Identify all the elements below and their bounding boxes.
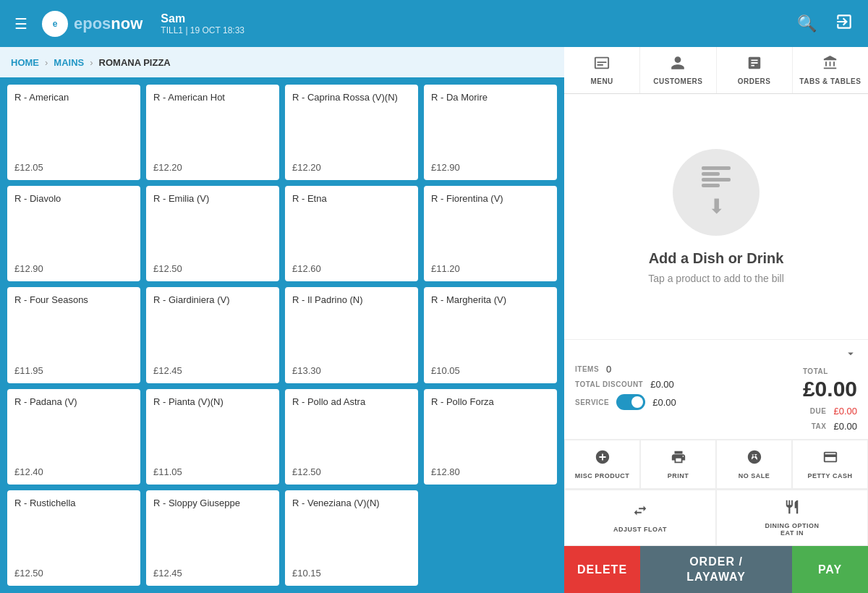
product-card[interactable]: R - Pollo Forza £12.80 [424,389,557,485]
bill-empty-title: Add a Dish or Drink [649,250,784,267]
till-info: TILL1 | 19 OCT 18:33 [161,25,244,35]
print-icon [671,449,686,469]
product-card[interactable]: R - Pianta (V)(N) £11.05 [146,389,279,485]
product-card[interactable]: R - Rustichella £12.50 [7,490,140,586]
customers-tab-label: CUSTOMERS [653,77,702,85]
logout-icon[interactable] [831,9,857,39]
product-card[interactable]: R - American Hot £12.20 [146,85,279,180]
download-arrow-icon: ⬇ [708,195,725,218]
product-price: £13.30 [292,365,411,376]
product-name: R - Rustichella [14,498,133,510]
items-count: 0 [606,364,611,375]
receipt-line [702,178,731,182]
product-card[interactable]: R - Fiorentina (V) £11.20 [424,186,557,281]
tab-orders[interactable]: ORDERS [717,47,793,93]
dining-option-label: DINING OPTION EAT IN [765,522,819,537]
product-name: R - Four Seasons [14,294,133,307]
action-buttons-row1: MISC PRODUCT PRINT NO SALE PETTY CASH [564,439,868,489]
due-label: DUE [810,407,827,415]
product-price: £12.90 [431,162,550,173]
print-button[interactable]: PRINT [640,440,716,489]
product-card[interactable]: R - Caprina Rossa (V)(N) £12.20 [285,85,418,180]
tax-row: TAX £0.00 [812,421,857,432]
breadcrumb: HOME › MAINS › ROMANA PIZZA [0,47,564,77]
logo-icon: e [42,11,68,37]
discount-value: £0.00 [650,379,674,390]
product-name: R - Da Morire [431,92,550,104]
product-card[interactable]: R - Veneziana (V)(N) £10.15 [285,490,418,586]
no-sale-button[interactable]: NO SALE [716,440,792,489]
petty-cash-label: PETTY CASH [808,472,853,479]
breadcrumb-home[interactable]: HOME [11,57,39,68]
adjust-float-button[interactable]: ADJUST FLOAT [564,490,716,546]
breadcrumb-sep1: › [45,57,48,68]
pay-button[interactable]: PAY [792,546,868,593]
product-card[interactable]: R - Da Morire £12.90 [424,85,557,180]
totals-main: ITEMS 0 TOTAL DISCOUNT £0.00 SERVICE £0.… [575,364,857,432]
product-price: £12.50 [14,568,133,579]
logo-text: eposnow [74,14,142,33]
bill-empty-sub: Tap a product to add to the bill [648,273,784,284]
product-card[interactable]: R - Four Seasons £11.95 [7,287,140,383]
product-card[interactable]: R - Il Padrino (N) £13.30 [285,287,418,383]
logo: e eposnow [42,11,142,37]
service-toggle[interactable] [616,394,645,410]
product-price: £12.80 [431,466,550,477]
product-grid: R - American £12.05 R - American Hot £12… [0,77,564,593]
no-sale-label: NO SALE [739,472,770,479]
adjust-float-icon [632,503,648,522]
product-card[interactable]: R - Etna £12.60 [285,186,418,281]
right-panel: MENU CUSTOMERS ORDERS TABS & TABLES [564,47,868,593]
tax-value: £0.00 [833,421,857,432]
product-name: R - Etna [292,193,411,205]
bottom-buttons: DELETE ORDER / LAYAWAY PAY [564,546,868,593]
menu-icon[interactable]: ☰ [11,12,31,36]
search-icon[interactable]: 🔍 [793,11,820,37]
adjust-float-label: ADJUST FLOAT [613,526,667,533]
product-card[interactable]: R - Diavolo £12.90 [7,186,140,281]
tab-customers[interactable]: CUSTOMERS [640,47,716,93]
misc-product-icon [595,449,610,469]
totals-collapse-button[interactable] [575,347,857,360]
product-name: R - Pollo Forza [431,396,550,409]
tax-label: TAX [812,422,827,430]
total-label: TOTAL [803,367,828,375]
order-layaway-button[interactable]: ORDER / LAYAWAY [640,546,792,593]
discount-label: TOTAL DISCOUNT [575,380,643,388]
tabs-tables-tab-icon [822,55,838,74]
product-name: R - Diavolo [14,193,133,205]
totals-total-col: TOTAL £0.00 DUE £0.00 TAX £0.00 [803,364,857,432]
service-label: SERVICE [575,398,609,406]
product-name: R - Giardiniera (V) [153,294,272,307]
items-label: ITEMS [575,365,599,373]
petty-cash-button[interactable]: PETTY CASH [792,440,868,489]
dining-option-icon [784,499,800,519]
print-label: PRINT [668,472,689,479]
product-card[interactable]: R - American £12.05 [7,85,140,180]
product-name: R - Pollo ad Astra [292,396,411,409]
product-card[interactable]: R - Sloppy Giuseppe £12.45 [146,490,279,586]
misc-product-button[interactable]: MISC PRODUCT [564,440,640,489]
product-card[interactable]: R - Giardiniera (V) £12.45 [146,287,279,383]
tab-menu[interactable]: MENU [564,47,640,93]
items-row: ITEMS 0 [575,364,676,375]
product-card[interactable]: R - Pollo ad Astra £12.50 [285,389,418,485]
delete-button[interactable]: DELETE [564,546,640,593]
dining-option-button[interactable]: DINING OPTION EAT IN [716,490,868,546]
product-card[interactable]: R - Padana (V) £12.40 [7,389,140,485]
due-value: £0.00 [833,406,857,417]
product-price: £12.05 [14,162,133,173]
product-card[interactable]: R - Emilia (V) £12.50 [146,186,279,281]
product-name: R - Margherita (V) [431,294,550,307]
product-card[interactable]: R - Margherita (V) £10.05 [424,287,557,383]
total-row: TOTAL £0.00 [803,364,857,401]
petty-cash-icon [822,449,838,469]
tab-tabs-tables[interactable]: TABS & TABLES [793,47,868,93]
tabs-tables-tab-label: TABS & TABLES [799,77,861,85]
product-price: £12.20 [153,162,272,173]
breadcrumb-mains[interactable]: MAINS [54,57,84,68]
receipt-line [702,184,720,187]
product-name: R - Pianta (V)(N) [153,396,272,409]
product-price: £10.15 [292,568,411,579]
product-price: £12.50 [153,263,272,274]
